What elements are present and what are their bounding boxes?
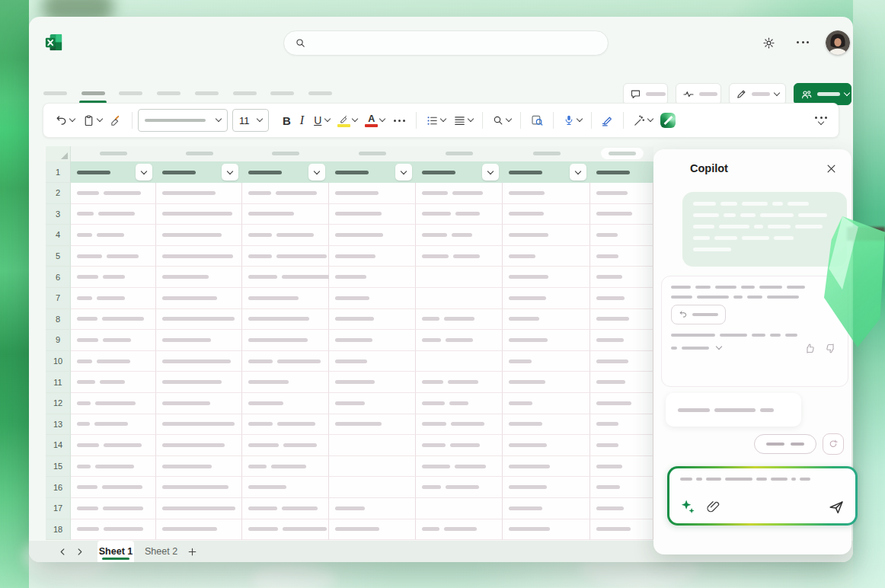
grid-cell[interactable] bbox=[329, 477, 416, 498]
bullet-list-button[interactable] bbox=[422, 111, 449, 130]
grid-cell[interactable] bbox=[71, 372, 156, 393]
grid-cell[interactable] bbox=[590, 477, 653, 498]
grid-cell[interactable] bbox=[416, 246, 503, 267]
grid-cell[interactable] bbox=[416, 267, 503, 288]
grid-cell[interactable] bbox=[156, 456, 242, 478]
grid-cell[interactable] bbox=[416, 456, 503, 478]
ribbon-tab[interactable] bbox=[195, 91, 219, 95]
grid-cell[interactable] bbox=[503, 351, 590, 372]
grid-cell[interactable] bbox=[416, 435, 503, 456]
user-avatar[interactable] bbox=[826, 30, 850, 55]
copilot-input[interactable] bbox=[667, 466, 858, 526]
filter-dropdown-button[interactable] bbox=[395, 164, 412, 181]
filter-dropdown-button[interactable] bbox=[482, 164, 499, 181]
find-button[interactable] bbox=[488, 111, 515, 129]
chevron-down-icon[interactable] bbox=[716, 344, 722, 350]
underline-button[interactable]: U bbox=[308, 111, 334, 129]
grid-cell[interactable] bbox=[242, 477, 329, 498]
grid-cell[interactable] bbox=[416, 351, 503, 372]
grid-cell[interactable] bbox=[590, 456, 653, 478]
grid-cell[interactable] bbox=[242, 456, 329, 478]
grid-cell[interactable] bbox=[503, 435, 590, 456]
grid-cell[interactable] bbox=[590, 183, 653, 204]
row-header[interactable]: 3 bbox=[46, 204, 71, 225]
grid-cell[interactable] bbox=[590, 309, 653, 331]
bold-button[interactable]: B bbox=[278, 113, 296, 129]
grid-cell[interactable] bbox=[329, 246, 416, 267]
filter-dropdown-button[interactable] bbox=[570, 164, 586, 181]
grid-cell[interactable] bbox=[156, 309, 242, 331]
row-header[interactable]: 6 bbox=[46, 267, 71, 288]
row-header[interactable]: 9 bbox=[46, 330, 71, 351]
row-header[interactable]: 12 bbox=[46, 393, 71, 414]
filter-dropdown-button[interactable] bbox=[136, 164, 152, 181]
font-color-button[interactable]: A bbox=[361, 111, 388, 130]
grid-cell[interactable] bbox=[590, 393, 653, 414]
grid-cell[interactable] bbox=[503, 183, 590, 204]
grid-cell[interactable] bbox=[503, 414, 590, 436]
grid-cell[interactable] bbox=[156, 393, 242, 414]
column-header[interactable] bbox=[446, 152, 473, 155]
sheet-tab-active[interactable]: Sheet 1 bbox=[97, 541, 134, 562]
grid-cell[interactable] bbox=[156, 477, 242, 498]
grid-cell[interactable] bbox=[503, 498, 590, 519]
grid-cell[interactable] bbox=[242, 393, 329, 414]
grid-cell[interactable] bbox=[242, 225, 329, 246]
column-header[interactable] bbox=[359, 152, 386, 155]
grid-cell[interactable] bbox=[590, 204, 653, 225]
grid-cell[interactable] bbox=[329, 267, 416, 288]
search-input[interactable] bbox=[283, 30, 609, 56]
grid-cell[interactable] bbox=[590, 435, 653, 456]
grid-cell[interactable] bbox=[329, 498, 416, 519]
grid-cell[interactable] bbox=[71, 288, 156, 309]
grid-cell[interactable] bbox=[71, 183, 156, 204]
italic-button[interactable]: I bbox=[296, 112, 308, 129]
grid-cell[interactable] bbox=[156, 519, 242, 541]
grid-cell[interactable] bbox=[71, 204, 156, 225]
editor-button[interactable] bbox=[597, 111, 618, 130]
grid-cell[interactable] bbox=[242, 414, 329, 436]
grid-cell[interactable] bbox=[156, 498, 242, 519]
grid-cell[interactable] bbox=[242, 519, 329, 541]
row-header[interactable]: 4 bbox=[46, 225, 71, 246]
share-button[interactable] bbox=[794, 83, 851, 105]
column-header[interactable] bbox=[272, 152, 299, 155]
grid-cell[interactable] bbox=[71, 519, 156, 541]
header-cell[interactable] bbox=[590, 161, 653, 183]
grid-cell[interactable] bbox=[416, 204, 503, 225]
grid-cell[interactable] bbox=[329, 372, 416, 393]
attach-icon[interactable] bbox=[706, 500, 720, 514]
grid-cell[interactable] bbox=[71, 246, 156, 267]
alignment-button[interactable] bbox=[449, 111, 477, 130]
grid-cell[interactable] bbox=[590, 519, 653, 541]
grid-cell[interactable] bbox=[242, 498, 329, 519]
grid-cell[interactable] bbox=[156, 435, 242, 456]
grid-cell[interactable] bbox=[416, 225, 503, 246]
font-size-select[interactable]: 11 bbox=[232, 109, 269, 132]
grid-cell[interactable] bbox=[416, 309, 503, 331]
grid-cell[interactable] bbox=[71, 498, 156, 519]
analyze-button[interactable] bbox=[629, 111, 657, 130]
grid-cell[interactable] bbox=[242, 183, 329, 204]
ribbon-tab[interactable] bbox=[270, 91, 294, 95]
grid-cell[interactable] bbox=[71, 393, 156, 414]
add-sheet-button[interactable] bbox=[186, 545, 198, 558]
toolbar-overflow-button[interactable] bbox=[811, 113, 831, 127]
grid-cell[interactable] bbox=[71, 267, 156, 288]
grid-cell[interactable] bbox=[156, 225, 242, 246]
grid-cell[interactable] bbox=[329, 288, 416, 309]
grid-cell[interactable] bbox=[242, 372, 329, 393]
row-header[interactable]: 15 bbox=[46, 456, 71, 478]
grid-cell[interactable] bbox=[590, 414, 653, 436]
select-all-corner[interactable] bbox=[46, 146, 71, 161]
row-header[interactable]: 16 bbox=[46, 477, 71, 498]
grid-cell[interactable] bbox=[156, 330, 242, 351]
grid-cell[interactable] bbox=[590, 225, 653, 246]
ribbon-tab[interactable] bbox=[119, 91, 142, 95]
grid-cell[interactable] bbox=[416, 477, 503, 498]
grid-cell[interactable] bbox=[71, 414, 156, 436]
grid-cell[interactable] bbox=[503, 477, 590, 498]
paste-button[interactable] bbox=[78, 111, 106, 130]
grid-cell[interactable] bbox=[503, 393, 590, 414]
row-header[interactable]: 8 bbox=[46, 309, 71, 331]
